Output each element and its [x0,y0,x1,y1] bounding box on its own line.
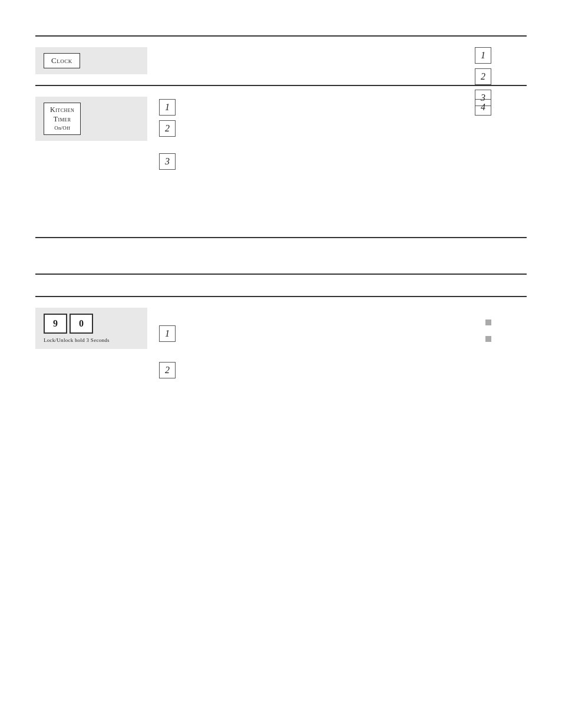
clock-num-1: 1 [475,47,491,64]
lock-section: 9 0 Lock/Unlock hold 3 Seconds 1 2 [35,296,527,424]
lock-label-area: 9 0 Lock/Unlock hold 3 Seconds [35,308,147,349]
lock-btn-0[interactable]: 0 [70,314,93,334]
kitchen-num-1: 1 [159,99,176,116]
kitchen-timer-line2: Timer [54,115,71,123]
kitchen-timer-content: 1 2 3 4 [147,97,527,226]
kitchen-num-3: 3 [159,153,176,170]
empty-section-2 [35,274,527,296]
kitchen-timer-section: Kitchen Timer On/Off 1 2 3 4 [35,85,527,237]
lock-left-nums: 1 2 [159,325,527,381]
kitchen-timer-button[interactable]: Kitchen Timer On/Off [44,103,81,135]
clock-button[interactable]: Clock [44,53,80,68]
lock-num-1: 1 [159,325,176,342]
lock-buttons-group: 9 0 [44,314,93,334]
kitchen-num-2: 2 [159,120,176,137]
lock-bullet-1 [485,319,491,325]
clock-num-2: 2 [475,68,491,85]
lock-btn-9[interactable]: 9 [44,314,67,334]
kitchen-right-num: 4 [475,99,491,118]
lock-bullet-2 [485,336,491,342]
lock-num-2: 2 [159,362,176,378]
lock-bullets-right [485,319,491,342]
clock-label-area: Clock [35,47,147,74]
clock-section: Clock 1 2 3 [35,35,527,85]
page: Clock 1 2 3 Kitchen Timer On/Off 1 2 3 [0,0,562,448]
kitchen-timer-line1: Kitchen [50,106,74,114]
kitchen-timer-label-area: Kitchen Timer On/Off [35,97,147,141]
kitchen-timer-sub: On/Off [50,125,74,132]
kitchen-num-4: 4 [475,99,491,116]
lock-sub-label: Lock/Unlock hold 3 Seconds [44,337,110,343]
lock-content: 1 2 [147,308,527,414]
kitchen-left-nums: 1 2 3 [159,99,527,172]
empty-section-1 [35,237,527,274]
